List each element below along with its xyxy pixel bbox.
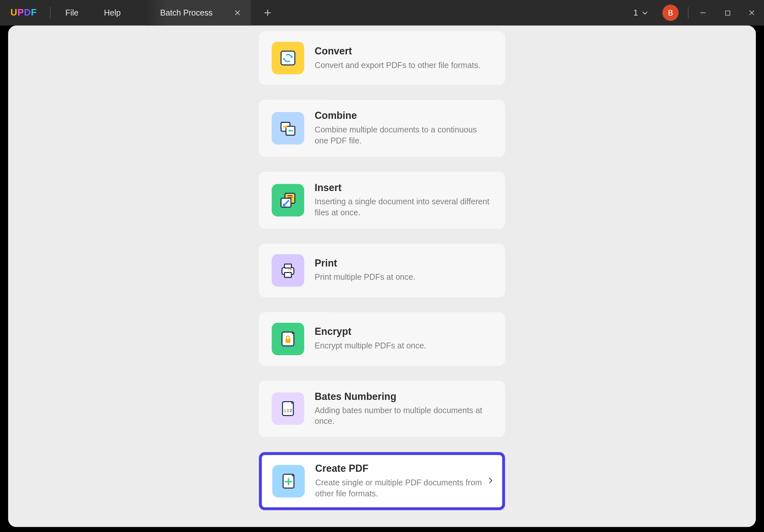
- tab-batch-process[interactable]: Batch Process: [146, 0, 251, 26]
- card-title: Combine: [315, 110, 492, 122]
- window-count-dropdown[interactable]: 1: [626, 8, 655, 18]
- convert-icon: [272, 42, 304, 74]
- close-icon[interactable]: [232, 7, 243, 18]
- workspace: Convert Convert and export PDFs to other…: [0, 26, 764, 532]
- file-menu[interactable]: File: [53, 0, 91, 26]
- help-menu[interactable]: Help: [91, 0, 133, 26]
- card-title: Convert: [315, 46, 492, 57]
- card-insert[interactable]: Insert Inserting a single document into …: [259, 172, 505, 228]
- card-create-pdf[interactable]: Create PDF Create single or multiple PDF…: [259, 452, 505, 510]
- card-desc: Create single or multiple PDF documents …: [315, 477, 491, 499]
- card-desc: Convert and export PDFs to other file fo…: [315, 60, 492, 71]
- svg-text:1: 1: [284, 408, 286, 413]
- card-print[interactable]: Print Print multiple PDFs at once.: [259, 244, 505, 297]
- batch-process-page: Convert Convert and export PDFs to other…: [8, 26, 756, 527]
- maximize-icon: [724, 10, 731, 16]
- titlebar: UPDF File Help Batch Process 1 B: [0, 0, 764, 26]
- svg-rect-12: [285, 339, 290, 343]
- window-count: 1: [634, 8, 638, 18]
- card-convert[interactable]: Convert Convert and export PDFs to other…: [259, 31, 505, 85]
- create-pdf-icon: [273, 465, 305, 497]
- divider: [50, 7, 50, 19]
- svg-rect-0: [725, 11, 730, 15]
- tab-title: Batch Process: [160, 8, 213, 18]
- card-desc: Inserting a single document into several…: [315, 196, 492, 218]
- tabbar: Batch Process: [146, 0, 278, 26]
- close-button[interactable]: [740, 0, 764, 26]
- svg-point-9: [290, 268, 291, 270]
- card-desc: Print multiple PDFs at once.: [315, 272, 492, 283]
- print-icon: [272, 254, 304, 286]
- chevron-right-icon: [487, 476, 494, 486]
- combine-icon: [272, 112, 304, 144]
- card-title: Insert: [315, 182, 492, 194]
- card-encrypt[interactable]: Encrypt Encrypt multiple PDFs at once.: [259, 312, 505, 366]
- svg-rect-1: [281, 51, 295, 65]
- card-bates-numbering[interactable]: 012 Bates Numbering Adding bates number …: [259, 381, 505, 437]
- insert-icon: [272, 184, 304, 216]
- close-icon: [748, 9, 756, 17]
- card-title: Bates Numbering: [315, 391, 492, 403]
- card-desc: Encrypt multiple PDFs at once.: [315, 340, 492, 351]
- chevron-down-icon: [642, 9, 649, 17]
- svg-point-10: [288, 268, 289, 270]
- divider: [688, 7, 688, 19]
- bates-icon: 012: [272, 393, 304, 425]
- card-desc: Combine multiple documents to a continuo…: [315, 124, 492, 146]
- svg-text:0: 0: [286, 408, 289, 413]
- card-title: Encrypt: [315, 326, 492, 338]
- card-title: Print: [315, 258, 492, 269]
- card-title: Create PDF: [315, 463, 491, 475]
- card-combine[interactable]: Combine Combine multiple documents to a …: [259, 100, 505, 156]
- card-desc: Adding bates number to multiple document…: [315, 405, 492, 427]
- window-controls: 1 B: [626, 0, 764, 26]
- minimize-button[interactable]: [691, 0, 715, 26]
- new-tab-button[interactable]: [258, 3, 278, 23]
- avatar[interactable]: B: [662, 5, 678, 21]
- svg-rect-8: [285, 272, 291, 277]
- minimize-icon: [699, 9, 707, 17]
- svg-rect-7: [285, 264, 291, 268]
- card-list: Convert Convert and export PDFs to other…: [259, 26, 505, 510]
- encrypt-icon: [272, 322, 304, 355]
- app-logo: UPDF: [0, 7, 47, 18]
- maximize-button[interactable]: [715, 0, 739, 26]
- svg-text:2: 2: [289, 408, 292, 413]
